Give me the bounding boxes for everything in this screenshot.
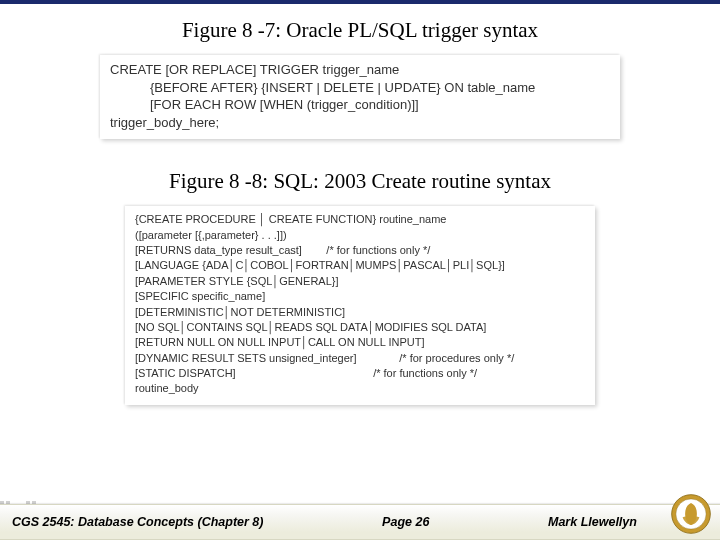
code-line: {CREATE PROCEDURE │ CREATE FUNCTION} rou… [135, 212, 585, 227]
code-line: [NO SQL│CONTAINS SQL│READS SQL DATA│MODI… [135, 320, 585, 335]
code-line: ([parameter [{,parameter} . . .]]) [135, 228, 585, 243]
figure-1-caption: Figure 8 -7: Oracle PL/SQL trigger synta… [0, 18, 720, 43]
code-line: [DYNAMIC RESULT SETS unsigned_integer] /… [135, 351, 585, 366]
code-line: [RETURN NULL ON NULL INPUT│CALL ON NULL … [135, 335, 585, 350]
code-line: [RETURNS data_type result_cast] /* for f… [135, 243, 585, 258]
footer-course: CGS 2545: Database Concepts (Chapter 8) [12, 515, 263, 529]
footer-bar: CGS 2545: Database Concepts (Chapter 8) … [0, 504, 720, 540]
code-line: trigger_body_here; [110, 114, 610, 132]
code-line: {BEFORE AFTER} {INSERT | DELETE | UPDATE… [110, 79, 610, 97]
code-line: [FOR EACH ROW [WHEN (trigger_condition)]… [110, 96, 610, 114]
code-line: routine_body [135, 381, 585, 396]
code-line: CREATE [OR REPLACE] TRIGGER trigger_name [110, 61, 610, 79]
footer-page: Page 26 [263, 515, 548, 529]
figure-2-caption: Figure 8 -8: SQL: 2003 Create routine sy… [0, 169, 720, 194]
code-line: [SPECIFIC specific_name] [135, 289, 585, 304]
figure-1-codebox: CREATE [OR REPLACE] TRIGGER trigger_name… [100, 55, 620, 139]
code-line: [DETERMINISTIC│NOT DETERMINISTIC] [135, 305, 585, 320]
figure-2-codebox: {CREATE PROCEDURE │ CREATE FUNCTION} rou… [125, 206, 595, 405]
ucf-seal-icon [670, 493, 712, 535]
code-line: [PARAMETER STYLE {SQL│GENERAL}] [135, 274, 585, 289]
code-line: [STATIC DISPATCH] /* for functions only … [135, 366, 585, 381]
slide: Figure 8 -7: Oracle PL/SQL trigger synta… [0, 4, 720, 540]
footer-content: CGS 2545: Database Concepts (Chapter 8) … [0, 505, 720, 539]
code-line: [LANGUAGE {ADA│C│COBOL│FORTRAN│MUMPS│PAS… [135, 258, 585, 273]
